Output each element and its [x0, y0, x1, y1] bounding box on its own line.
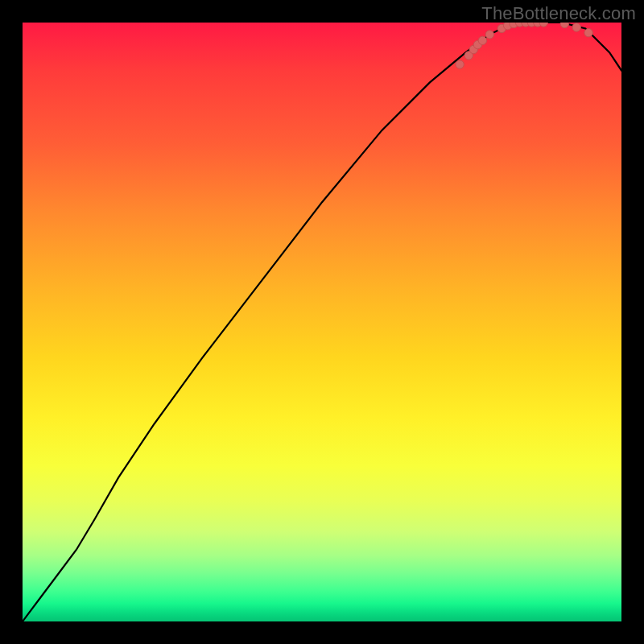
chart-frame: TheBottleneck.com — [0, 0, 644, 644]
plot-area — [23, 23, 621, 621]
bottleneck-curve — [23, 23, 621, 621]
curve-marker — [539, 23, 547, 27]
curve-marker — [572, 23, 580, 31]
curve-layer — [23, 23, 621, 621]
curve-markers — [456, 23, 592, 68]
curve-marker — [560, 23, 568, 28]
curve-marker — [584, 28, 592, 36]
curve-marker — [485, 31, 493, 39]
watermark-text: TheBottleneck.com — [481, 3, 636, 24]
curve-marker — [478, 36, 486, 44]
curve-marker — [456, 60, 464, 68]
